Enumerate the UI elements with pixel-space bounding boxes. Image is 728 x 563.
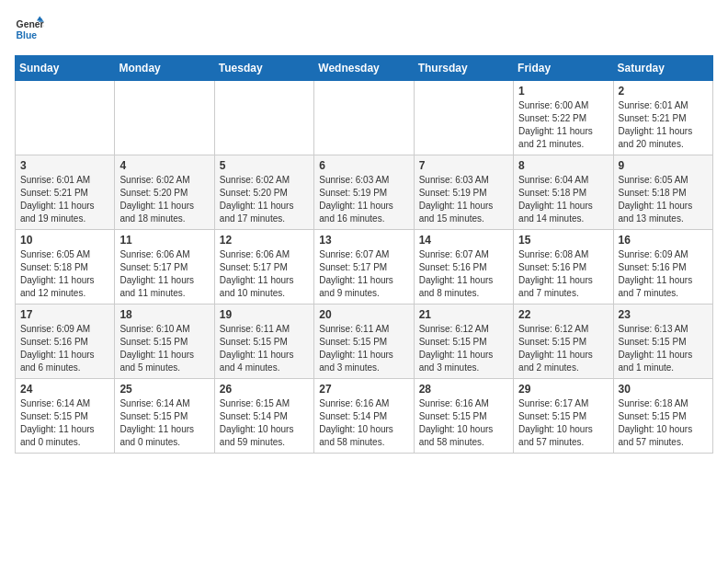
- day-of-week-header: Tuesday: [214, 56, 313, 81]
- day-info: Sunrise: 6:02 AM Sunset: 5:20 PM Dayligh…: [119, 174, 209, 225]
- day-number: 9: [619, 159, 708, 172]
- day-number: 13: [319, 234, 408, 247]
- day-info: Sunrise: 6:01 AM Sunset: 5:21 PM Dayligh…: [619, 99, 708, 151]
- day-number: 3: [20, 159, 109, 172]
- day-number: 26: [220, 383, 309, 396]
- day-number: 25: [119, 383, 209, 396]
- day-of-week-header: Thursday: [414, 56, 513, 81]
- calendar-cell: 19Sunrise: 6:11 AM Sunset: 5:15 PM Dayli…: [214, 304, 313, 379]
- svg-text:Blue: Blue: [17, 30, 38, 40]
- day-of-week-header: Friday: [514, 56, 613, 81]
- calendar-header-row: SundayMondayTuesdayWednesdayThursdayFrid…: [16, 56, 713, 81]
- day-of-week-header: Monday: [115, 56, 214, 81]
- day-number: 19: [220, 308, 309, 321]
- day-number: 24: [20, 383, 109, 396]
- day-number: 28: [419, 383, 508, 396]
- day-info: Sunrise: 6:10 AM Sunset: 5:15 PM Dayligh…: [119, 323, 209, 374]
- calendar-cell: 28Sunrise: 6:16 AM Sunset: 5:15 PM Dayli…: [414, 379, 513, 454]
- calendar-cell: 10Sunrise: 6:05 AM Sunset: 5:18 PM Dayli…: [16, 230, 115, 304]
- day-number: 20: [319, 308, 408, 321]
- calendar-cell: 18Sunrise: 6:10 AM Sunset: 5:15 PM Dayli…: [115, 304, 214, 379]
- day-info: Sunrise: 6:03 AM Sunset: 5:19 PM Dayligh…: [419, 174, 508, 225]
- day-info: Sunrise: 6:07 AM Sunset: 5:16 PM Dayligh…: [419, 248, 508, 300]
- calendar-week-row: 24Sunrise: 6:14 AM Sunset: 5:15 PM Dayli…: [16, 379, 713, 454]
- day-number: 12: [220, 234, 309, 247]
- calendar-cell: 5Sunrise: 6:02 AM Sunset: 5:20 PM Daylig…: [214, 155, 313, 230]
- calendar-cell: 4Sunrise: 6:02 AM Sunset: 5:20 PM Daylig…: [115, 155, 214, 230]
- day-number: 7: [419, 159, 508, 172]
- calendar-cell: 16Sunrise: 6:09 AM Sunset: 5:16 PM Dayli…: [613, 230, 712, 304]
- day-info: Sunrise: 6:01 AM Sunset: 5:21 PM Dayligh…: [20, 174, 109, 225]
- calendar-cell: 21Sunrise: 6:12 AM Sunset: 5:15 PM Dayli…: [414, 304, 513, 379]
- day-info: Sunrise: 6:07 AM Sunset: 5:17 PM Dayligh…: [319, 248, 408, 300]
- calendar-cell: [214, 81, 313, 155]
- day-info: Sunrise: 6:16 AM Sunset: 5:14 PM Dayligh…: [319, 397, 408, 449]
- calendar-cell: 17Sunrise: 6:09 AM Sunset: 5:16 PM Dayli…: [16, 304, 115, 379]
- day-number: 4: [119, 159, 209, 172]
- day-info: Sunrise: 6:05 AM Sunset: 5:18 PM Dayligh…: [20, 248, 109, 300]
- calendar-cell: 9Sunrise: 6:05 AM Sunset: 5:18 PM Daylig…: [613, 155, 712, 230]
- day-number: 18: [119, 308, 209, 321]
- day-info: Sunrise: 6:09 AM Sunset: 5:16 PM Dayligh…: [20, 323, 109, 374]
- day-info: Sunrise: 6:06 AM Sunset: 5:17 PM Dayligh…: [119, 248, 209, 300]
- calendar-week-row: 10Sunrise: 6:05 AM Sunset: 5:18 PM Dayli…: [16, 230, 713, 304]
- day-info: Sunrise: 6:05 AM Sunset: 5:18 PM Dayligh…: [619, 174, 708, 225]
- calendar-cell: 15Sunrise: 6:08 AM Sunset: 5:16 PM Dayli…: [514, 230, 613, 304]
- page-header: General Blue: [15, 15, 713, 44]
- calendar-week-row: 17Sunrise: 6:09 AM Sunset: 5:16 PM Dayli…: [16, 304, 713, 379]
- day-number: 11: [119, 234, 209, 247]
- day-info: Sunrise: 6:12 AM Sunset: 5:15 PM Dayligh…: [518, 323, 608, 374]
- day-of-week-header: Wednesday: [314, 56, 414, 81]
- calendar-cell: 6Sunrise: 6:03 AM Sunset: 5:19 PM Daylig…: [314, 155, 414, 230]
- day-info: Sunrise: 6:14 AM Sunset: 5:15 PM Dayligh…: [20, 397, 109, 449]
- day-number: 27: [319, 383, 408, 396]
- calendar-cell: 11Sunrise: 6:06 AM Sunset: 5:17 PM Dayli…: [115, 230, 214, 304]
- day-info: Sunrise: 6:15 AM Sunset: 5:14 PM Dayligh…: [220, 397, 309, 449]
- day-number: 21: [419, 308, 508, 321]
- calendar-cell: 1Sunrise: 6:00 AM Sunset: 5:22 PM Daylig…: [514, 81, 613, 155]
- calendar-cell: 3Sunrise: 6:01 AM Sunset: 5:21 PM Daylig…: [16, 155, 115, 230]
- calendar-cell: 27Sunrise: 6:16 AM Sunset: 5:14 PM Dayli…: [314, 379, 414, 454]
- day-info: Sunrise: 6:00 AM Sunset: 5:22 PM Dayligh…: [518, 99, 608, 151]
- day-of-week-header: Saturday: [613, 56, 712, 81]
- day-info: Sunrise: 6:02 AM Sunset: 5:20 PM Dayligh…: [220, 174, 309, 225]
- day-info: Sunrise: 6:17 AM Sunset: 5:15 PM Dayligh…: [518, 397, 608, 449]
- logo: General Blue: [15, 15, 44, 44]
- calendar-cell: 7Sunrise: 6:03 AM Sunset: 5:19 PM Daylig…: [414, 155, 513, 230]
- calendar-week-row: 1Sunrise: 6:00 AM Sunset: 5:22 PM Daylig…: [16, 81, 713, 155]
- day-number: 8: [518, 159, 608, 172]
- day-number: 30: [619, 383, 708, 396]
- day-info: Sunrise: 6:08 AM Sunset: 5:16 PM Dayligh…: [518, 248, 608, 300]
- day-number: 22: [518, 308, 608, 321]
- day-number: 6: [319, 159, 408, 172]
- calendar-cell: 30Sunrise: 6:18 AM Sunset: 5:15 PM Dayli…: [613, 379, 712, 454]
- day-info: Sunrise: 6:06 AM Sunset: 5:17 PM Dayligh…: [220, 248, 309, 300]
- calendar-table: SundayMondayTuesdayWednesdayThursdayFrid…: [15, 55, 713, 454]
- day-info: Sunrise: 6:12 AM Sunset: 5:15 PM Dayligh…: [419, 323, 508, 374]
- day-info: Sunrise: 6:03 AM Sunset: 5:19 PM Dayligh…: [319, 174, 408, 225]
- calendar-cell: 23Sunrise: 6:13 AM Sunset: 5:15 PM Dayli…: [613, 304, 712, 379]
- day-info: Sunrise: 6:11 AM Sunset: 5:15 PM Dayligh…: [319, 323, 408, 374]
- calendar-cell: 25Sunrise: 6:14 AM Sunset: 5:15 PM Dayli…: [115, 379, 214, 454]
- calendar-cell: 26Sunrise: 6:15 AM Sunset: 5:14 PM Dayli…: [214, 379, 313, 454]
- calendar-cell: 20Sunrise: 6:11 AM Sunset: 5:15 PM Dayli…: [314, 304, 414, 379]
- calendar-cell: 8Sunrise: 6:04 AM Sunset: 5:18 PM Daylig…: [514, 155, 613, 230]
- day-info: Sunrise: 6:04 AM Sunset: 5:18 PM Dayligh…: [518, 174, 608, 225]
- day-number: 15: [518, 234, 608, 247]
- day-info: Sunrise: 6:14 AM Sunset: 5:15 PM Dayligh…: [119, 397, 209, 449]
- day-number: 2: [619, 85, 708, 98]
- day-of-week-header: Sunday: [16, 56, 115, 81]
- day-number: 10: [20, 234, 109, 247]
- calendar-cell: 29Sunrise: 6:17 AM Sunset: 5:15 PM Dayli…: [514, 379, 613, 454]
- calendar-week-row: 3Sunrise: 6:01 AM Sunset: 5:21 PM Daylig…: [16, 155, 713, 230]
- day-info: Sunrise: 6:11 AM Sunset: 5:15 PM Dayligh…: [220, 323, 309, 374]
- calendar-cell: [115, 81, 214, 155]
- day-number: 5: [220, 159, 309, 172]
- day-number: 29: [518, 383, 608, 396]
- calendar-cell: 2Sunrise: 6:01 AM Sunset: 5:21 PM Daylig…: [613, 81, 712, 155]
- day-info: Sunrise: 6:16 AM Sunset: 5:15 PM Dayligh…: [419, 397, 508, 449]
- calendar-cell: [16, 81, 115, 155]
- day-number: 23: [619, 308, 708, 321]
- day-number: 16: [619, 234, 708, 247]
- calendar-cell: [314, 81, 414, 155]
